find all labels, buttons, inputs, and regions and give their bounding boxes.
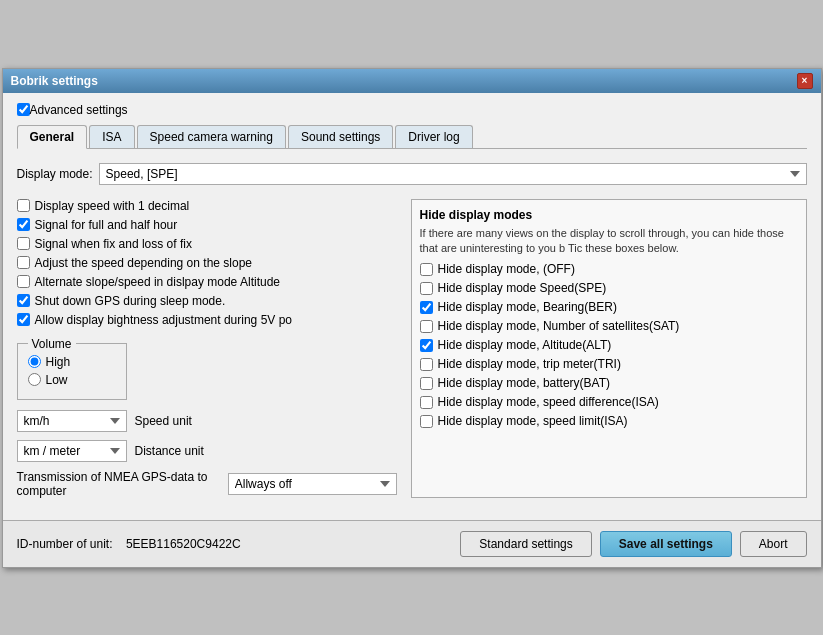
hide-off-row: Hide display mode, (OFF) <box>420 262 798 276</box>
hide-spe-row: Hide display mode Speed(SPE) <box>420 281 798 295</box>
main-row: Display speed with 1 decimal Signal for … <box>17 199 807 498</box>
hide-ber-cb[interactable] <box>420 301 433 314</box>
save-all-button[interactable]: Save all settings <box>600 531 732 557</box>
tab-driver-log[interactable]: Driver log <box>395 125 472 148</box>
hide-alt-cb[interactable] <box>420 339 433 352</box>
volume-legend: Volume <box>28 337 76 351</box>
nmea-select[interactable]: Allways off <box>228 473 397 495</box>
hide-sat-row: Hide display mode, Number of satellites(… <box>420 319 798 333</box>
cb-signal-hour-label: Signal for full and half hour <box>35 218 178 232</box>
advanced-label: Advanced settings <box>30 103 128 117</box>
radio-high[interactable] <box>28 355 41 368</box>
distance-unit-select[interactable]: km / meter <box>17 440 127 462</box>
cb-adjust-speed[interactable] <box>17 256 30 269</box>
tabs-bar: General ISA Speed camera warning Sound s… <box>17 125 807 149</box>
hide-isa-diff-cb[interactable] <box>420 396 433 409</box>
hide-isa-limit-row: Hide display mode, speed limit(ISA) <box>420 414 798 428</box>
cb-signal-fix-label: Signal when fix and loss of fix <box>35 237 192 251</box>
checkbox-row-3: Signal when fix and loss of fix <box>17 237 397 251</box>
titlebar: Bobrik settings × <box>3 69 821 93</box>
hide-bat-cb[interactable] <box>420 377 433 390</box>
radio-low-label: Low <box>46 373 68 387</box>
radio-low-row: Low <box>28 373 116 387</box>
hide-ber-label: Hide display mode, Bearing(BER) <box>438 300 617 314</box>
cb-alternate-slope-label: Alternate slope/speed in dislpay mode Al… <box>35 275 281 289</box>
speed-unit-select[interactable]: km/h <box>17 410 127 432</box>
radio-high-row: High <box>28 355 116 369</box>
hide-isa-limit-cb[interactable] <box>420 415 433 428</box>
left-column: Display speed with 1 decimal Signal for … <box>17 199 397 498</box>
cb-signal-hour[interactable] <box>17 218 30 231</box>
tab-general[interactable]: General <box>17 125 88 149</box>
hide-off-label: Hide display mode, (OFF) <box>438 262 575 276</box>
tab-sound[interactable]: Sound settings <box>288 125 393 148</box>
hide-isa-diff-row: Hide display mode, speed difference(ISA) <box>420 395 798 409</box>
advanced-checkbox[interactable] <box>17 103 30 116</box>
checkbox-row-4: Adjust the speed depending on the slope <box>17 256 397 270</box>
cb-shutdown-gps[interactable] <box>17 294 30 307</box>
window-title: Bobrik settings <box>11 74 98 88</box>
footer-buttons: Standard settings Save all settings Abor… <box>460 531 806 557</box>
display-mode-row: Display mode: Speed, [SPE] <box>17 163 807 185</box>
id-value: 5EEB116520C9422C <box>126 537 241 551</box>
hide-alt-row: Hide display mode, Altitude(ALT) <box>420 338 798 352</box>
checkbox-row-7: Allow display bightness adjustment durin… <box>17 313 397 327</box>
hide-tri-row: Hide display mode, trip meter(TRI) <box>420 357 798 371</box>
nmea-row: Transmission of NMEA GPS-data to compute… <box>17 470 397 498</box>
radio-low[interactable] <box>28 373 41 386</box>
distance-unit-label: Distance unit <box>135 444 204 458</box>
settings-window: Bobrik settings × Advanced settings Gene… <box>2 68 822 568</box>
cb-display-brightness[interactable] <box>17 313 30 326</box>
cb-signal-fix[interactable] <box>17 237 30 250</box>
standard-settings-button[interactable]: Standard settings <box>460 531 591 557</box>
hide-bat-label: Hide display mode, battery(BAT) <box>438 376 611 390</box>
hide-bat-row: Hide display mode, battery(BAT) <box>420 376 798 390</box>
hide-tri-cb[interactable] <box>420 358 433 371</box>
hide-alt-label: Hide display mode, Altitude(ALT) <box>438 338 612 352</box>
cb-adjust-speed-label: Adjust the speed depending on the slope <box>35 256 253 270</box>
speed-unit-label: Speed unit <box>135 414 192 428</box>
tab-speed-camera[interactable]: Speed camera warning <box>137 125 286 148</box>
radio-high-label: High <box>46 355 71 369</box>
close-button[interactable]: × <box>797 73 813 89</box>
footer-id: ID-number of unit: 5EEB116520C9422C <box>17 537 241 551</box>
hide-sat-label: Hide display mode, Number of satellites(… <box>438 319 680 333</box>
footer: ID-number of unit: 5EEB116520C9422C Stan… <box>3 520 821 567</box>
hide-ber-row: Hide display mode, Bearing(BER) <box>420 300 798 314</box>
id-label: ID-number of unit: <box>17 537 113 551</box>
cb-speed-decimal[interactable] <box>17 199 30 212</box>
main-content: Advanced settings General ISA Speed came… <box>3 93 821 508</box>
tab-isa[interactable]: ISA <box>89 125 134 148</box>
hide-modes-panel: Hide display modes If there are many vie… <box>411 199 807 498</box>
cb-shutdown-gps-label: Shut down GPS during sleep mode. <box>35 294 226 308</box>
nmea-label: Transmission of NMEA GPS-data to compute… <box>17 470 220 498</box>
hide-spe-cb[interactable] <box>420 282 433 295</box>
hide-isa-diff-label: Hide display mode, speed difference(ISA) <box>438 395 659 409</box>
hide-tri-label: Hide display mode, trip meter(TRI) <box>438 357 621 371</box>
speed-unit-row: km/h Speed unit <box>17 410 397 432</box>
cb-display-brightness-label: Allow display bightness adjustment durin… <box>35 313 292 327</box>
hide-modes-desc: If there are many views on the display t… <box>420 226 798 257</box>
cb-speed-decimal-label: Display speed with 1 decimal <box>35 199 190 213</box>
checkbox-row-1: Display speed with 1 decimal <box>17 199 397 213</box>
distance-unit-row: km / meter Distance unit <box>17 440 397 462</box>
hide-sat-cb[interactable] <box>420 320 433 333</box>
hide-modes-title: Hide display modes <box>420 208 798 222</box>
abort-button[interactable]: Abort <box>740 531 807 557</box>
checkbox-row-5: Alternate slope/speed in dislpay mode Al… <box>17 275 397 289</box>
display-mode-select[interactable]: Speed, [SPE] <box>99 163 807 185</box>
cb-alternate-slope[interactable] <box>17 275 30 288</box>
hide-isa-limit-label: Hide display mode, speed limit(ISA) <box>438 414 628 428</box>
hide-spe-label: Hide display mode Speed(SPE) <box>438 281 607 295</box>
checkbox-row-6: Shut down GPS during sleep mode. <box>17 294 397 308</box>
volume-fieldset: Volume High Low <box>17 337 127 400</box>
checkbox-row-2: Signal for full and half hour <box>17 218 397 232</box>
hide-off-cb[interactable] <box>420 263 433 276</box>
advanced-row: Advanced settings <box>17 103 807 117</box>
display-mode-label: Display mode: <box>17 167 93 181</box>
